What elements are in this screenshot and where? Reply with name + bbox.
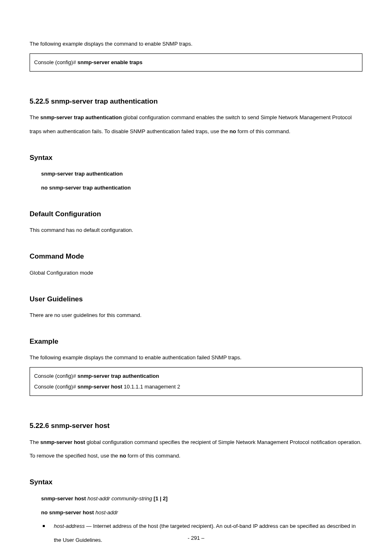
user-guidelines-heading: User Guidelines — [30, 294, 362, 305]
syntax-heading: Syntax — [30, 153, 362, 163]
cmd-name: snmp-server trap authentication — [40, 114, 122, 120]
cmd-name: snmp-server host — [40, 439, 85, 445]
syntax-heading: Syntax — [30, 477, 362, 488]
text: form of this command. — [126, 453, 180, 459]
command-mode-heading: Command Mode — [30, 251, 362, 262]
text: host-addr — [95, 509, 118, 516]
no-keyword: no — [230, 128, 236, 134]
code-prefix: Console (config)# — [34, 384, 78, 390]
text: no snmp-server host — [41, 509, 95, 516]
param-name: host-address — [54, 523, 85, 529]
code-line: Console (config)# snmp-server trap authe… — [34, 371, 358, 382]
code-cmd: snmp-server enable traps — [78, 59, 143, 65]
command-mode-text: Global Configuration mode — [30, 266, 362, 280]
code-prefix: Console (config)# — [34, 59, 78, 65]
example-text: The following example displays the comma… — [30, 351, 362, 365]
code-args: 10.1.1.1 management 2 — [122, 384, 180, 390]
bullet-text: host-address — Internet address of the h… — [54, 519, 362, 547]
bullet-item: host-address — Internet address of the h… — [30, 519, 362, 547]
default-config-text: This command has no default configuratio… — [30, 223, 362, 237]
intro-example-text: The following example displays the comma… — [30, 37, 362, 51]
syntax-line: snmp-server host host-addr community-str… — [41, 492, 362, 506]
bullet-icon — [43, 525, 45, 527]
cmd2-description: The snmp-server host global configuratio… — [30, 435, 362, 463]
code-line: Console (config)# snmp-server host 10.1.… — [34, 382, 358, 392]
text: snmp-server host — [41, 495, 88, 502]
code-cmd: snmp-server host — [78, 384, 122, 390]
default-config-heading: Default Configuration — [30, 209, 362, 220]
code-line: Console (config)# snmp-server enable tra… — [34, 57, 358, 68]
syntax-line: snmp-server trap authentication — [41, 167, 362, 181]
no-keyword: no — [120, 453, 126, 459]
text: host-addr community-string — [88, 495, 154, 502]
example-heading: Example — [30, 336, 362, 347]
text: [1 | 2] — [154, 495, 168, 502]
code-box-2: Console (config)# snmp-server trap authe… — [30, 367, 362, 396]
section-heading-host: 5.22.6 snmp-server host — [30, 421, 362, 431]
user-guidelines-text: There are no user guidelines for this co… — [30, 308, 362, 322]
text: The — [30, 439, 40, 445]
text: form of this command. — [236, 128, 290, 134]
section-heading-trap-auth: 5.22.5 snmp-server trap authentication — [30, 96, 362, 107]
syntax-line: no snmp-server host host-addr — [41, 506, 362, 520]
code-box-1: Console (config)# snmp-server enable tra… — [30, 53, 362, 72]
code-prefix: Console (config)# — [34, 373, 78, 379]
text: The — [30, 114, 40, 120]
page-number: - 291 – — [0, 534, 392, 542]
syntax-line: no snmp-server trap authentication — [41, 181, 362, 195]
cmd1-description: The snmp-server trap authentication glob… — [30, 111, 362, 139]
code-cmd: snmp-server trap authentication — [78, 373, 159, 379]
